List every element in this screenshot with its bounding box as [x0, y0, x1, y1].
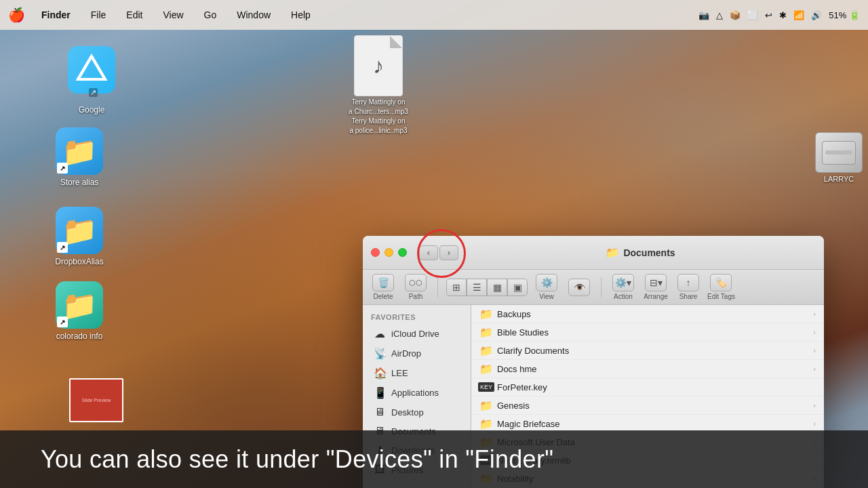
- larry-hdd-icon: [815, 132, 863, 173]
- menu-edit[interactable]: Edit: [122, 8, 146, 22]
- minimize-button[interactable]: [384, 248, 393, 257]
- menu-finder[interactable]: Finder: [37, 8, 75, 22]
- file-icon: 📁: [479, 308, 493, 319]
- icloud-label: iCloud Drive: [391, 329, 439, 339]
- path-toolbar-button[interactable]: ⬡⬡ Path: [402, 274, 429, 300]
- file-expand-arrow[interactable]: ›: [813, 346, 816, 354]
- file-row[interactable]: 📁Backups›: [471, 305, 824, 323]
- desktop-icon-larry[interactable]: LARRYC: [815, 132, 863, 183]
- file-row[interactable]: KEYForPeter.key: [471, 378, 824, 396]
- delete-label: Delete: [374, 293, 393, 300]
- edit-tags-button[interactable]: 🏷️ Edit Tags: [707, 274, 735, 300]
- desktop-icon-colorado[interactable]: 📁 ↗ colorado info: [49, 281, 110, 341]
- desktop-icon-store[interactable]: 📁 ↗ Store alias: [49, 127, 110, 187]
- applications-icon: 📱: [374, 386, 386, 399]
- file-row[interactable]: 📁Genesis›: [471, 396, 824, 415]
- store-folder-icon: 📁 ↗: [56, 127, 103, 175]
- colorado-alias-badge: ↗: [57, 317, 68, 327]
- file-icon: 📁: [479, 327, 493, 338]
- file-name: Bible Studies: [497, 327, 809, 338]
- larry-label: LARRYC: [824, 175, 854, 183]
- dropbox-icon[interactable]: 📦: [730, 10, 741, 20]
- window-titlebar: ‹ › 📁 Documents: [363, 236, 824, 270]
- svg-line-2: [92, 56, 105, 79]
- wifi-icon[interactable]: 📶: [793, 10, 804, 20]
- file-icon: KEY: [479, 382, 493, 392]
- menu-help[interactable]: Help: [287, 8, 315, 22]
- desktop-icon-dropbox[interactable]: 📁 ↗ DropboxAlias: [49, 207, 110, 266]
- close-button[interactable]: [371, 248, 380, 257]
- file-name: Backups: [497, 309, 809, 319]
- column-view-button[interactable]: ▦: [487, 279, 507, 296]
- volume-icon[interactable]: 🔊: [811, 10, 822, 20]
- file-row[interactable]: 📁Bible Studies›: [471, 323, 824, 342]
- sidebar-item-desktop[interactable]: 🖥 Desktop: [366, 403, 468, 422]
- traffic-lights: [371, 248, 407, 257]
- file-expand-arrow[interactable]: ›: [813, 401, 816, 409]
- menu-file[interactable]: File: [87, 8, 111, 22]
- file-icon: 📁: [479, 345, 493, 356]
- menu-go[interactable]: Go: [200, 8, 221, 22]
- file-icon: 📁: [479, 400, 493, 411]
- airdrop-label: AirDrop: [391, 348, 421, 359]
- menu-view[interactable]: View: [159, 8, 187, 22]
- sidebar-item-icloud[interactable]: ☁ iCloud Drive: [366, 324, 468, 344]
- music-file-label2: a Churc...ters...mp3: [349, 108, 408, 115]
- arrange-toolbar-button[interactable]: ⊟▾ Arrange: [642, 274, 669, 300]
- window-title-icon: 📁: [606, 246, 619, 259]
- subtitle-text: You can also see it under "Devices" in "…: [41, 445, 553, 474]
- file-expand-arrow[interactable]: ›: [813, 310, 816, 318]
- timemachine-icon[interactable]: ↩: [765, 10, 772, 20]
- share-label: Share: [679, 293, 698, 300]
- list-view-button[interactable]: ☰: [467, 279, 487, 296]
- sidebar-item-lee[interactable]: 🏠 LEE: [366, 363, 468, 383]
- file-expand-arrow[interactable]: ›: [813, 420, 816, 428]
- battery-icon: 51% 🔋: [829, 10, 860, 20]
- music-file-label1: Terry Mattingly on: [352, 98, 406, 106]
- forward-nav-button[interactable]: ›: [439, 245, 458, 260]
- file-row[interactable]: 📁Clarify Documents›: [471, 342, 824, 360]
- desktop-icon: 🖥: [374, 406, 386, 418]
- screenshot-icon[interactable]: 📷: [698, 10, 709, 20]
- quicklook-button[interactable]: 👁️: [566, 279, 593, 296]
- coverflow-view-button[interactable]: ▣: [507, 279, 528, 296]
- tags-icon: 🏷️: [710, 274, 732, 291]
- sidebar-item-applications[interactable]: 📱 Applications: [366, 383, 468, 403]
- music-file-icon: ♪: [354, 35, 403, 96]
- colorado-folder-icon: 📁 ↗: [56, 281, 103, 329]
- back-nav-button[interactable]: ‹: [419, 245, 438, 260]
- airdrop-icon[interactable]: △: [716, 10, 723, 20]
- edit-tags-label: Edit Tags: [707, 293, 735, 300]
- file-name: ForPeter.key: [497, 382, 816, 392]
- dropbox-folder-icon: 📁 ↗: [56, 207, 103, 254]
- menubar: 🍎 Finder File Edit View Go Window Help 📷…: [0, 0, 868, 30]
- file-expand-arrow[interactable]: ›: [813, 328, 816, 336]
- file-row[interactable]: 📁Docs hme›: [471, 360, 824, 378]
- sidebar-item-airdrop[interactable]: 📡 AirDrop: [366, 344, 468, 363]
- desktop-thumbnail[interactable]: Slide Preview: [69, 378, 123, 422]
- path-label: Path: [409, 293, 423, 300]
- eye-icon: 👁️: [568, 279, 590, 296]
- desktop-icon-google[interactable]: ↗ Google: [61, 46, 122, 115]
- window-title: 📁 Documents: [465, 246, 816, 259]
- apple-menu[interactable]: 🍎: [8, 7, 25, 23]
- maximize-button[interactable]: [398, 248, 407, 257]
- music-file[interactable]: ♪ Terry Mattingly on a Churc...ters...mp…: [344, 35, 412, 134]
- share-toolbar-button[interactable]: ↑ Share: [675, 274, 702, 300]
- bluetooth-icon[interactable]: ✱: [779, 10, 787, 20]
- action-label: Action: [614, 293, 633, 300]
- file-expand-arrow[interactable]: ›: [813, 365, 816, 373]
- music-file-label3: Terry Mattingly on: [352, 117, 406, 125]
- gear-icon: ⚙️: [536, 274, 557, 291]
- store-icon-label: Store alias: [60, 178, 99, 187]
- airdrop-sidebar-icon: 📡: [374, 347, 386, 360]
- display-icon[interactable]: ⬜: [747, 10, 758, 20]
- delete-toolbar-button[interactable]: 🗑️ Delete: [370, 274, 397, 300]
- view-options-button[interactable]: ⚙️ View: [533, 274, 560, 300]
- applications-label: Applications: [391, 388, 439, 398]
- menu-window[interactable]: Window: [233, 8, 275, 22]
- action-toolbar-button[interactable]: ⚙️▾ Action: [610, 274, 637, 300]
- icon-view-button[interactable]: ⊞: [446, 279, 467, 296]
- google-icon-label: Google: [79, 105, 105, 115]
- google-drive-icon-img: [68, 46, 115, 94]
